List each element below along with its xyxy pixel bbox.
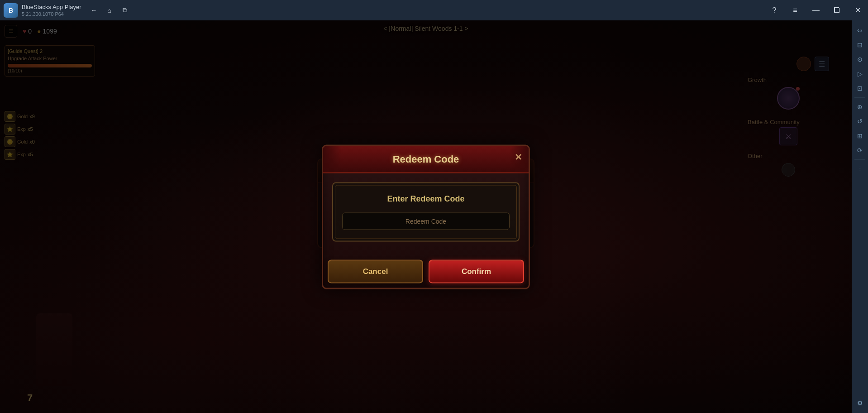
minimize-button[interactable]: — — [806, 0, 826, 20]
game-area: ☰ ♥ 0 ● 1099 < [Normal] Silent Woods 1-1… — [0, 20, 852, 413]
app-version: 5.21.300.1070 P64 — [22, 11, 81, 17]
close-button[interactable]: ✕ — [847, 0, 868, 20]
video-icon[interactable]: ▷ — [854, 67, 866, 80]
window-controls: ? ≡ — ⧠ ✕ — [764, 0, 868, 20]
cancel-button[interactable]: Cancel — [328, 259, 423, 283]
redeem-buttons: Cancel Confirm — [323, 259, 529, 288]
screenshot2-icon[interactable]: ⊞ — [854, 130, 866, 142]
redeem-body: Enter Redeem Code — [323, 173, 529, 259]
redeem-input-area: Enter Redeem Code — [332, 182, 520, 241]
resize-icon[interactable]: ⇔ — [854, 24, 866, 37]
redeem-header: Redeem Code ✕ — [323, 146, 529, 173]
rotate-icon[interactable]: ↺ — [854, 115, 866, 128]
back-button[interactable]: ← — [87, 3, 101, 18]
app-logo: B — [4, 3, 18, 18]
sidebar-divider-2 — [854, 159, 865, 160]
screenshot-icon[interactable]: ⊡ — [854, 82, 866, 95]
more-icon[interactable]: ··· — [854, 163, 866, 175]
nav-buttons: ← ⌂ ⧉ — [87, 3, 132, 18]
restore-button[interactable]: ⧠ — [826, 0, 847, 20]
help-button[interactable]: ? — [764, 0, 785, 20]
settings-icon[interactable]: ⚙ — [854, 397, 866, 409]
menu-button[interactable]: ≡ — [785, 0, 806, 20]
home-button[interactable]: ⌂ — [102, 3, 117, 18]
redeem-code-input[interactable] — [342, 212, 510, 230]
redeem-placeholder-text: Enter Redeem Code — [342, 194, 510, 203]
app-name: BlueStacks App Player — [22, 4, 81, 10]
confirm-button[interactable]: Confirm — [429, 259, 524, 283]
redeem-dialog: Redeem Code ✕ Enter Redeem Code Cancel — [322, 144, 530, 289]
redeem-close-button[interactable]: ✕ — [515, 151, 522, 162]
redeem-dialog-wrapper: Redeem Code ✕ Enter Redeem Code Cancel — [322, 144, 530, 289]
layout-icon[interactable]: ⊟ — [854, 38, 866, 51]
shake-icon[interactable]: ⟳ — [854, 144, 866, 157]
camera-icon[interactable]: ⊙ — [854, 53, 866, 66]
bluestacks-sidebar: ⇔ ⊟ ⊙ ▷ ⊡ ⊕ ↺ ⊞ ⟳ ··· ⚙ — [852, 20, 868, 413]
clone-button[interactable]: ⧉ — [118, 3, 132, 18]
redeem-title: Redeem Code — [332, 153, 520, 165]
zoom-icon[interactable]: ⊕ — [854, 101, 866, 113]
title-bar: B BlueStacks App Player 5.21.300.1070 P6… — [0, 0, 868, 20]
sidebar-divider — [854, 97, 865, 98]
